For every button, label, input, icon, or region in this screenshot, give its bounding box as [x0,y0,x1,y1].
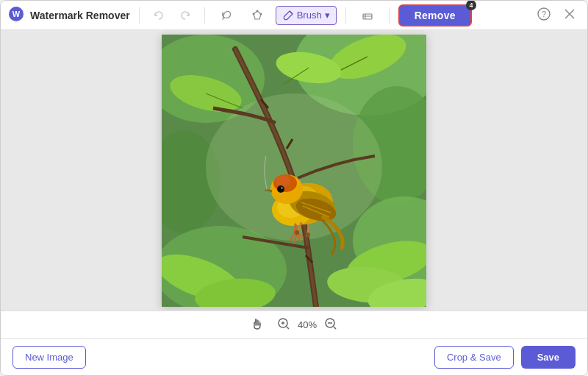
svg-text:W: W [12,10,21,18]
brush-label: Brush [297,10,322,21]
svg-point-3 [259,13,262,15]
new-image-button[interactable]: New Image [12,346,86,369]
svg-point-41 [282,187,283,188]
title-right: ? [533,6,580,25]
help-button[interactable]: ? [533,6,555,25]
notification-badge: 4 [466,0,476,10]
toolbar-divider-4 [389,7,390,24]
brush-tool-button[interactable]: Brush ▾ [276,6,337,25]
zoom-bar: 40% [1,311,587,338]
zoom-in-icon[interactable] [277,317,290,333]
toolbar-divider-1 [139,7,140,24]
erase-tool-button[interactable] [355,6,380,25]
svg-line-48 [287,327,289,329]
svg-point-2 [256,10,258,12]
image-container[interactable] [162,35,426,307]
remove-button-wrapper: Remove 4 [398,4,472,26]
svg-point-4 [252,13,254,15]
svg-point-44 [306,233,310,237]
svg-point-38 [276,175,290,187]
svg-point-43 [295,230,299,235]
zoom-level: 40% [298,319,317,330]
bottom-bar: New Image Crop & Save Save [1,338,587,375]
title-left: W Watermark Remover [8,4,472,26]
toolbar-divider-3 [345,7,346,24]
redo-button[interactable] [175,7,196,24]
title-bar: W Watermark Remover [1,1,587,30]
app-logo: W [8,6,24,25]
svg-text:?: ? [542,10,546,18]
toolbar-divider-2 [204,7,205,24]
bottom-right-actions: Crop & Save Save [434,346,576,369]
polygon-tool-button[interactable] [245,6,270,25]
canvas-area [1,30,587,311]
app-title: Watermark Remover [30,10,130,21]
remove-button[interactable]: Remove [398,4,472,26]
crop-save-button[interactable]: Crop & Save [434,346,514,369]
zoom-out-icon[interactable] [324,317,337,333]
brush-dropdown-icon: ▾ [325,10,330,21]
hand-tool-icon[interactable] [251,317,264,333]
undo-button[interactable] [148,7,169,24]
svg-point-40 [279,186,284,191]
svg-line-51 [334,327,336,329]
save-button[interactable]: Save [521,346,576,369]
lasso-tool-button[interactable] [214,6,239,25]
close-button[interactable] [559,7,580,24]
